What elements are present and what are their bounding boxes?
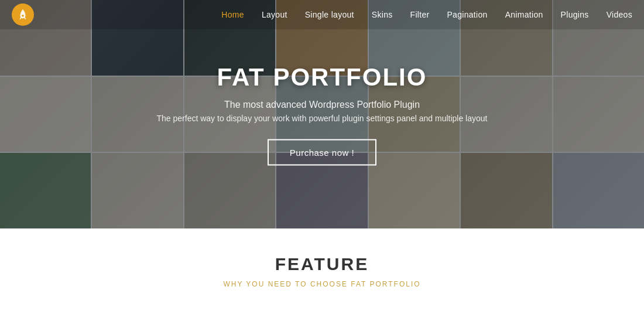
nav-item-pagination[interactable]: Pagination [447,10,487,19]
main-nav: Home Layout Single layout Skins Filter P… [221,10,632,19]
hero-content: FAT PORTFOLIO The most advanced Wordpres… [117,63,527,166]
feature-section: FEATURE WHY YOU NEED TO CHOOSE FAT PORTF… [0,228,644,314]
nav-item-animation[interactable]: Animation [505,10,543,19]
hero-title: FAT PORTFOLIO [117,63,527,91]
svg-point-0 [22,15,24,17]
nav-item-skins[interactable]: Skins [372,10,393,19]
hero-section: Home Layout Single layout Skins Filter P… [0,0,644,228]
nav-item-single-layout[interactable]: Single layout [305,10,354,19]
purchase-button[interactable]: Purchase now ! [268,139,376,166]
feature-subtitle: WHY YOU NEED TO CHOOSE FAT PORTFOLIO [223,280,420,288]
nav-item-home[interactable]: Home [221,10,244,19]
hero-description: The perfect way to display your work wit… [117,114,527,123]
nav-item-layout[interactable]: Layout [262,10,287,19]
nav-item-filter[interactable]: Filter [410,10,430,19]
header: Home Layout Single layout Skins Filter P… [0,0,644,29]
hero-subtitle: The most advanced Wordpress Portfolio Pl… [117,100,527,110]
feature-title: FEATURE [275,254,369,274]
logo[interactable] [12,4,34,26]
nav-item-videos[interactable]: Videos [607,10,632,19]
nav-item-plugins[interactable]: Plugins [561,10,589,19]
